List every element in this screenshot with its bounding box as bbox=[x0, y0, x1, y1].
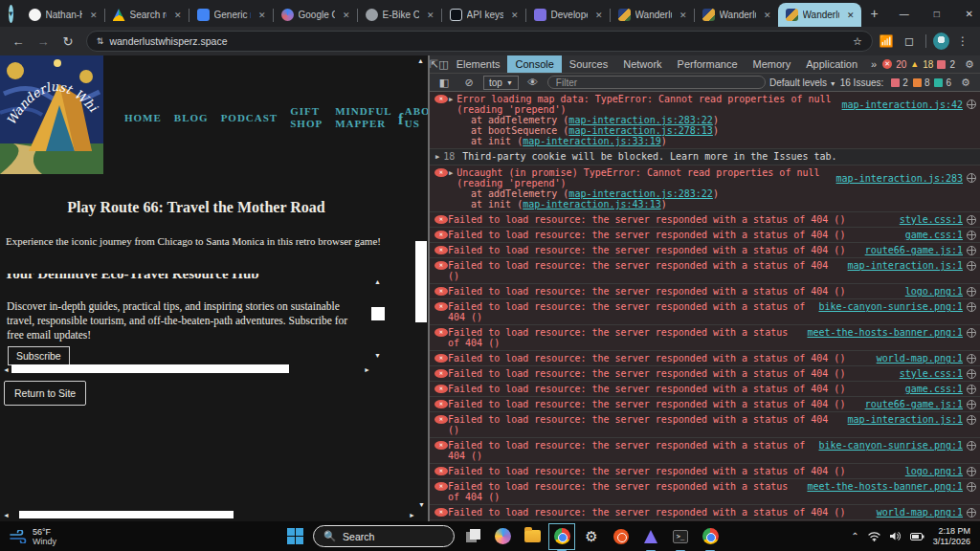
issues-count[interactable]: 2 bbox=[949, 59, 955, 70]
nav-link-about-us[interactable]: ABOUT US bbox=[405, 105, 428, 130]
taskbar-search[interactable]: 🔍 Search bbox=[313, 525, 455, 547]
expand-triangle-icon[interactable]: ▶ bbox=[449, 95, 453, 115]
issues-summary[interactable]: 16 Issues: 286 bbox=[840, 77, 951, 88]
browser-tab[interactable]: E-Bike Con✕ bbox=[358, 3, 441, 27]
pane-scroll-left-arrow[interactable]: ◄ bbox=[3, 512, 10, 519]
browser-tab[interactable]: API keys |✕ bbox=[442, 3, 525, 27]
tab-close-icon[interactable]: ✕ bbox=[256, 10, 269, 21]
extensions-puzzle-icon[interactable]: ◻ bbox=[900, 34, 919, 48]
start-button[interactable] bbox=[283, 525, 306, 548]
minimize-button[interactable]: — bbox=[888, 0, 921, 27]
mini-scrollbar-thumb[interactable] bbox=[371, 307, 385, 320]
nav-link-gift-shop[interactable]: GIFT SHOP bbox=[290, 105, 323, 130]
browser-tab[interactable]: Google Ge✕ bbox=[274, 3, 357, 27]
error-count[interactable]: 20 bbox=[896, 59, 906, 70]
inspect-element-icon[interactable]: ⇱ bbox=[430, 58, 438, 71]
source-link[interactable]: route66-game.js:1 bbox=[865, 245, 963, 255]
nav-link-podcast[interactable]: PODCAST bbox=[221, 112, 278, 124]
chrome-taskbar-icon-active[interactable] bbox=[550, 525, 573, 548]
scroll-left-arrow[interactable]: ◄ bbox=[3, 366, 10, 374]
source-link[interactable]: bike-canyon-sunrise.png:1 bbox=[818, 440, 963, 451]
tab-search-button[interactable]: ▾ bbox=[9, 5, 13, 23]
browser-tab[interactable]: Wanderlus✕ bbox=[611, 3, 694, 27]
source-link[interactable]: game.css:1 bbox=[905, 384, 963, 394]
nav-link-home[interactable]: HOME bbox=[124, 112, 162, 124]
clear-console-icon[interactable]: ⊘ bbox=[458, 77, 479, 89]
vertical-scrollbar-thumb[interactable] bbox=[415, 241, 427, 322]
source-link[interactable]: world-map.png:1 bbox=[877, 507, 963, 518]
return-to-site-button[interactable]: Return to Site bbox=[4, 381, 86, 406]
scroll-right-arrow[interactable]: ► bbox=[364, 366, 370, 374]
battery-icon[interactable] bbox=[910, 532, 924, 541]
bookmark-star-icon[interactable]: ☆ bbox=[853, 35, 862, 48]
stack-source-link[interactable]: map-interaction.js:43:13 bbox=[523, 199, 661, 209]
more-tabs-icon[interactable]: » bbox=[865, 58, 882, 70]
browser-tab[interactable]: Search res✕ bbox=[105, 3, 189, 27]
source-link[interactable]: logo.png:1 bbox=[905, 466, 963, 476]
source-link[interactable]: world-map.png:1 bbox=[877, 353, 963, 364]
source-link[interactable]: meet-the-hosts-banner.png:1 bbox=[807, 481, 963, 492]
source-link[interactable]: bike-canyon-sunrise.png:1 bbox=[818, 301, 963, 312]
browser-tab[interactable]: Wanderlus✕ bbox=[778, 3, 861, 27]
menu-kebab-icon[interactable]: ⋮ bbox=[953, 34, 972, 48]
source-link[interactable]: map-interaction.js:1 bbox=[848, 260, 963, 271]
source-link[interactable]: meet-the-hosts-banner.png:1 bbox=[807, 327, 963, 338]
settings-gear-icon[interactable]: ⚙ bbox=[580, 525, 603, 548]
tab-close-icon[interactable]: ✕ bbox=[424, 10, 437, 21]
source-link[interactable]: logo.png:1 bbox=[905, 286, 963, 297]
terminal-icon[interactable]: >_ bbox=[669, 525, 692, 548]
tab-close-icon[interactable]: ✕ bbox=[592, 10, 606, 21]
arc-app-icon[interactable] bbox=[639, 525, 662, 548]
devtools-tab-console[interactable]: Console bbox=[507, 55, 561, 73]
weather-widget[interactable]: 56°F Windy bbox=[0, 527, 56, 546]
devtools-tab-application[interactable]: Application bbox=[798, 55, 865, 73]
stack-source-link[interactable]: map-interaction.js:278:13 bbox=[568, 125, 713, 136]
site-logo-image[interactable]: Wanderlust Whisperz bbox=[0, 55, 103, 174]
tab-close-icon[interactable]: ✕ bbox=[761, 10, 774, 21]
chrome-taskbar-icon-2[interactable] bbox=[699, 525, 722, 548]
expand-triangle-icon[interactable]: ▶ bbox=[449, 168, 453, 188]
log-levels-dropdown[interactable]: Default levels ▼ bbox=[769, 77, 836, 88]
source-link[interactable]: map-interaction.js:42 bbox=[842, 99, 963, 110]
tab-close-icon[interactable]: ✕ bbox=[87, 10, 100, 21]
copilot-icon[interactable] bbox=[491, 525, 514, 548]
console-filter-input[interactable] bbox=[547, 76, 766, 89]
back-button[interactable]: ← bbox=[8, 34, 29, 49]
new-tab-button[interactable]: + bbox=[861, 6, 888, 21]
inner-horizontal-scrollbar[interactable] bbox=[11, 364, 289, 373]
tab-close-icon[interactable]: ✕ bbox=[340, 10, 353, 21]
devtools-tab-network[interactable]: Network bbox=[615, 55, 669, 73]
horizontal-scrollbar-thumb[interactable] bbox=[19, 511, 234, 518]
address-bar[interactable]: ⇅ wanderlustwhisperz.space ☆ bbox=[86, 31, 873, 52]
wifi-icon[interactable] bbox=[868, 531, 880, 541]
stack-source-link[interactable]: map-interaction.js:283:22 bbox=[568, 188, 713, 199]
clock[interactable]: 2:18 PM 3/11/2026 bbox=[933, 526, 970, 547]
console-context-selector[interactable]: top▼ bbox=[483, 76, 519, 90]
forward-button[interactable]: → bbox=[33, 34, 54, 49]
rss-icon[interactable]: 📶 bbox=[877, 34, 896, 48]
task-view-button[interactable] bbox=[461, 525, 484, 548]
source-link[interactable]: route66-game.js:1 bbox=[865, 399, 963, 409]
reload-button[interactable]: ↻ bbox=[57, 34, 78, 49]
source-link[interactable]: map-interaction.js:283 bbox=[836, 173, 963, 184]
devtools-tab-sources[interactable]: Sources bbox=[562, 55, 615, 73]
close-window-button[interactable]: ✕ bbox=[953, 0, 980, 27]
tab-close-icon[interactable]: ✕ bbox=[171, 10, 185, 21]
warning-count[interactable]: 18 bbox=[923, 59, 933, 70]
devtools-tab-performance[interactable]: Performance bbox=[670, 55, 746, 73]
stack-source-link[interactable]: map-interaction.js:33:19 bbox=[523, 136, 661, 146]
source-link[interactable]: style.css:1 bbox=[900, 214, 963, 225]
devtools-tab-elements[interactable]: Elements bbox=[449, 55, 508, 73]
mini-scroll-down-arrow[interactable]: ▼ bbox=[374, 352, 381, 360]
expand-triangle-icon[interactable]: ▶ bbox=[435, 152, 439, 163]
device-toolbar-icon[interactable]: ◫ bbox=[438, 58, 448, 71]
tab-close-icon[interactable]: ✕ bbox=[844, 10, 858, 21]
nav-link-mindful-mapper[interactable]: MINDFUL MAPPER bbox=[335, 105, 392, 130]
subscribe-button[interactable]: Subscribe bbox=[8, 346, 70, 365]
source-link[interactable]: style.css:1 bbox=[900, 368, 963, 379]
stack-source-link[interactable]: map-interaction.js:283:22 bbox=[568, 115, 713, 125]
vertical-scroll-down-arrow[interactable]: ▼ bbox=[418, 501, 425, 509]
vertical-scroll-up-arrow[interactable]: ▲ bbox=[417, 57, 424, 65]
maximize-button[interactable]: □ bbox=[921, 0, 953, 27]
tab-close-icon[interactable]: ✕ bbox=[508, 10, 522, 21]
